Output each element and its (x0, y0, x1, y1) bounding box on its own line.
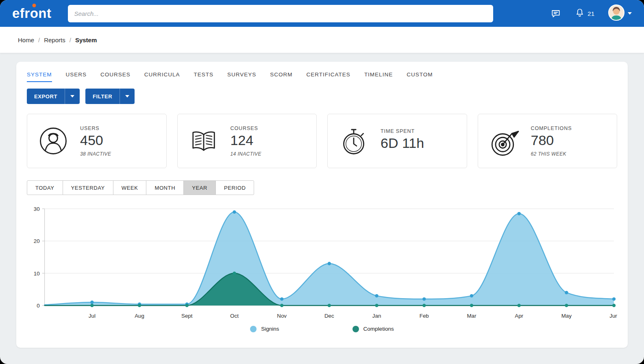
svg-text:Feb: Feb (420, 313, 429, 319)
breadcrumb: Home / Reports / System (0, 27, 644, 53)
tab-surveys[interactable]: SURVEYS (227, 72, 256, 82)
stat-text: COMPLETIONS 780 62 THIS WEEK (531, 126, 572, 157)
stat-value: 780 (531, 132, 572, 148)
completions-legend-dot (352, 326, 359, 332)
legend-completions: Completions (352, 326, 394, 332)
chart-legend: Signins Completions (27, 326, 617, 332)
avatar (608, 4, 624, 22)
breadcrumb-home[interactable]: Home (18, 37, 34, 43)
svg-text:20: 20 (34, 238, 40, 244)
signins-legend-label: Signins (261, 326, 279, 332)
notification-count: 21 (587, 10, 594, 17)
open-book-icon (187, 124, 221, 158)
filter-button[interactable]: FILTER (85, 89, 135, 104)
svg-text:30: 30 (34, 206, 40, 212)
stat-label: COMPLETIONS (531, 126, 572, 131)
svg-text:Apr: Apr (515, 313, 523, 319)
svg-text:Oct: Oct (230, 313, 239, 319)
users-icon (36, 124, 70, 158)
caret-down-icon (125, 95, 129, 98)
breadcrumb-reports[interactable]: Reports (44, 37, 65, 43)
logo-text-suffix: nt (38, 6, 51, 21)
svg-text:Aug: Aug (135, 313, 144, 319)
target-flag-icon (487, 124, 521, 158)
caret-down-icon (70, 95, 74, 98)
stat-text: COURSES 124 14 INACTIVE (231, 126, 261, 157)
top-navigation-bar: efr o nt 21 (0, 0, 644, 27)
range-yesterday[interactable]: YESTERDAY (63, 180, 113, 195)
activity-area-chart: 0102030JulAugSeptOctNovDecJanFebMarAprMa… (27, 204, 617, 325)
stat-label: USERS (80, 126, 111, 131)
stat-sub: 62 THIS WEEK (531, 151, 572, 157)
chart-canvas: 0102030JulAugSeptOctNovDecJanFebMarAprMa… (27, 204, 617, 325)
breadcrumb-system: System (75, 37, 97, 43)
signins-legend-dot (250, 326, 257, 332)
range-today[interactable]: TODAY (27, 180, 63, 195)
stat-label: COURSES (231, 126, 261, 131)
toolbar: EXPORT FILTER (27, 89, 617, 104)
svg-text:Nov: Nov (277, 313, 287, 319)
stat-cards: USERS 450 38 INACTIVE (27, 114, 617, 168)
tab-scorm[interactable]: SCORM (270, 72, 292, 82)
chevron-down-icon (628, 12, 632, 15)
range-week[interactable]: WEEK (113, 180, 147, 195)
stat-value: 124 (231, 132, 261, 148)
svg-text:May: May (561, 313, 572, 319)
stat-card-completions: COMPLETIONS 780 62 THIS WEEK (478, 114, 618, 168)
page-content: SYSTEM USERS COURSES CURRICULA TESTS SUR… (0, 53, 644, 364)
tab-users[interactable]: USERS (66, 72, 87, 82)
notifications-button[interactable]: 21 (575, 8, 594, 19)
export-button[interactable]: EXPORT (27, 89, 80, 104)
tab-timeline[interactable]: TIMELINE (364, 72, 393, 82)
stat-card-time-spent: TIME SPENT 6D 11h (327, 114, 467, 168)
range-month[interactable]: MONTH (146, 180, 184, 195)
svg-text:Mar: Mar (467, 313, 476, 319)
chat-icon[interactable] (550, 8, 561, 19)
export-button-label: EXPORT (27, 89, 65, 104)
tab-certificates[interactable]: CERTIFICATES (307, 72, 350, 82)
filter-dropdown-caret[interactable] (120, 89, 135, 104)
svg-text:Sept: Sept (181, 313, 193, 319)
stat-card-users: USERS 450 38 INACTIVE (27, 114, 167, 168)
stat-value: 450 (80, 132, 111, 148)
stat-text: USERS 450 38 INACTIVE (80, 126, 111, 157)
filter-button-label: FILTER (85, 89, 120, 104)
time-range-toggle: TODAY YESTERDAY WEEK MONTH YEAR PERIOD (27, 180, 254, 195)
stopwatch-icon (337, 124, 371, 158)
efront-logo[interactable]: efr o nt (12, 6, 52, 21)
user-menu[interactable] (608, 4, 632, 22)
tab-system[interactable]: SYSTEM (27, 72, 52, 82)
svg-text:10: 10 (34, 271, 40, 277)
svg-text:Jan: Jan (372, 313, 381, 319)
stat-sub: 14 INACTIVE (231, 151, 261, 157)
tab-courses[interactable]: COURSES (100, 72, 131, 82)
range-year[interactable]: YEAR (183, 180, 216, 195)
stat-value: 6D 11h (381, 135, 424, 151)
tab-curricula[interactable]: CURRICULA (144, 72, 180, 82)
stat-sub: 38 INACTIVE (80, 151, 111, 157)
logo-o-with-orange-dot: o (30, 6, 39, 21)
completions-legend-label: Completions (363, 326, 394, 332)
logo-text-prefix: efr (12, 6, 30, 21)
svg-text:Jul: Jul (89, 313, 96, 319)
app-window: efr o nt 21 (0, 0, 644, 364)
svg-text:Dec: Dec (324, 313, 334, 319)
svg-text:Jun: Jun (609, 313, 617, 319)
search-input[interactable] (68, 5, 493, 22)
tab-tests[interactable]: TESTS (194, 72, 214, 82)
report-tabs: SYSTEM USERS COURSES CURRICULA TESTS SUR… (27, 72, 617, 82)
bell-icon (575, 8, 585, 19)
breadcrumb-separator: / (38, 37, 40, 43)
stat-card-courses: COURSES 124 14 INACTIVE (177, 114, 317, 168)
stat-text: TIME SPENT 6D 11h (381, 128, 424, 154)
tab-custom[interactable]: CUSTOM (407, 72, 433, 82)
reports-card: SYSTEM USERS COURSES CURRICULA TESTS SUR… (16, 62, 628, 348)
breadcrumb-separator: / (70, 37, 71, 43)
range-period[interactable]: PERIOD (215, 180, 254, 195)
legend-signins: Signins (250, 326, 279, 332)
topbar-actions: 21 (550, 4, 632, 22)
svg-text:0: 0 (37, 303, 39, 309)
export-dropdown-caret[interactable] (65, 89, 80, 104)
stat-label: TIME SPENT (381, 128, 424, 134)
